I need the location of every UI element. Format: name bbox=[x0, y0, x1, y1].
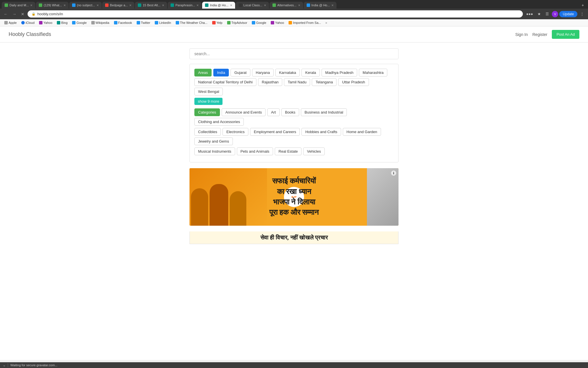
bookmark-label: Facebook bbox=[118, 21, 132, 24]
tab-bar: Daily and M... ✕ (129) What... ✕ (no sub… bbox=[0, 0, 588, 9]
bookmark-favicon bbox=[21, 21, 25, 24]
category-tag[interactable]: Musical Instruments bbox=[194, 147, 235, 155]
bookmark-item[interactable]: Bing bbox=[55, 20, 69, 25]
area-tag[interactable]: Haryana bbox=[252, 69, 274, 76]
category-tag[interactable]: Vehicles bbox=[303, 147, 324, 155]
show-more-button[interactable]: show 9 more bbox=[194, 98, 223, 105]
category-tag[interactable]: Collectibles bbox=[194, 128, 221, 136]
bookmark-item[interactable]: Facebook bbox=[112, 20, 134, 25]
bookmark-item[interactable]: Google bbox=[70, 20, 88, 25]
categories-row3: Musical InstrumentsPets and AnimalsReal … bbox=[194, 147, 394, 155]
bookmark-favicon bbox=[271, 21, 274, 24]
tab-close-button[interactable]: ✕ bbox=[196, 4, 199, 7]
bookmark-item[interactable]: Apple bbox=[2, 20, 19, 25]
category-tag[interactable]: Hobbies and Crafts bbox=[301, 128, 341, 136]
category-tag[interactable]: Jewelry and Gems bbox=[194, 137, 233, 145]
menu-button[interactable]: ⋮ bbox=[579, 11, 586, 17]
browser-tab-3[interactable]: (no subject... ✕ bbox=[69, 2, 102, 9]
area-tag[interactable]: Uttar Pradesh bbox=[338, 78, 369, 86]
area-tag[interactable]: Rajasthan bbox=[258, 78, 283, 86]
bookmark-item[interactable]: Google bbox=[250, 20, 268, 25]
tab-close-button[interactable]: ✕ bbox=[96, 4, 99, 7]
category-tag[interactable]: Real Estate bbox=[275, 147, 301, 155]
bookmark-label: Google bbox=[256, 21, 266, 24]
bookmark-item[interactable]: Twitter bbox=[135, 20, 152, 25]
tab-close-button[interactable]: ✕ bbox=[264, 4, 266, 7]
area-tag[interactable]: Gujarat bbox=[231, 69, 250, 76]
category-tag[interactable]: Employment and Careers bbox=[250, 128, 300, 136]
post-ad-button[interactable]: Post An Ad bbox=[552, 30, 579, 39]
bookmark-item[interactable]: Wikipedia bbox=[89, 20, 111, 25]
tab-close-button[interactable]: ✕ bbox=[230, 4, 232, 7]
area-tag[interactable]: National Capital Territory of Delhi bbox=[194, 78, 256, 86]
back-button[interactable]: ← bbox=[2, 11, 9, 17]
tab-close-button[interactable]: ✕ bbox=[298, 4, 300, 7]
bookmarks-more[interactable]: » bbox=[324, 20, 329, 25]
area-tag[interactable]: Maharashtra bbox=[359, 69, 387, 76]
category-tag[interactable]: Pets and Animals bbox=[237, 147, 273, 155]
category-tag[interactable]: Home and Garden bbox=[343, 128, 381, 136]
bookmarks-container: Apple iCloud Yahoo Bing Google Wikipedia… bbox=[2, 20, 323, 25]
register-link[interactable]: Register bbox=[532, 32, 547, 37]
tab-favicon bbox=[171, 3, 174, 7]
extensions-button[interactable]: ●●● bbox=[525, 11, 535, 17]
bookmark-item[interactable]: Imported From Sa... bbox=[287, 20, 323, 25]
area-tag[interactable]: Karnataka bbox=[275, 69, 300, 76]
category-tag[interactable]: Business and Industrial bbox=[301, 108, 347, 116]
area-tag[interactable]: India bbox=[213, 69, 229, 76]
browser-tab-8[interactable]: Local Class... ✕ bbox=[236, 2, 269, 9]
bookmark-item[interactable]: iCloud bbox=[19, 20, 36, 25]
tab-close-button[interactable]: ✕ bbox=[63, 4, 66, 7]
bookmark-item[interactable]: TripAdvisor bbox=[225, 20, 249, 25]
url-text: hoobly.com/s/in bbox=[37, 12, 519, 16]
category-tag[interactable]: Clothing and Accessories bbox=[194, 118, 244, 126]
bookmark-label: TripAdvisor bbox=[231, 21, 247, 24]
reload-button[interactable]: ✕ bbox=[20, 11, 26, 17]
browser-tab-6[interactable]: Paraphrasin... ✕ bbox=[168, 2, 202, 9]
browser-tab-5[interactable]: 15 Best Alt... ✕ bbox=[135, 2, 167, 9]
tab-close-button[interactable]: ✕ bbox=[129, 4, 131, 7]
category-tag[interactable]: Categories bbox=[194, 108, 220, 116]
bookmark-button[interactable]: ★ bbox=[536, 11, 543, 17]
search-input[interactable] bbox=[189, 48, 399, 59]
bookmark-item[interactable]: Yahoo bbox=[37, 20, 54, 25]
area-tag[interactable]: Kerala bbox=[301, 69, 320, 76]
ad-info-button[interactable]: ℹ bbox=[391, 170, 396, 176]
area-tag[interactable]: Areas bbox=[194, 69, 212, 76]
bookmark-favicon bbox=[212, 21, 216, 24]
profile-button[interactable]: V bbox=[552, 11, 558, 17]
browser-tab-1[interactable]: Daily and M... ✕ bbox=[2, 2, 35, 9]
browser-tab-2[interactable]: (129) What... ✕ bbox=[36, 2, 69, 9]
category-tag[interactable]: Art bbox=[267, 108, 280, 116]
browser-tab-4[interactable]: Bedpage a... ✕ bbox=[102, 2, 134, 9]
bookmark-item[interactable]: LinkedIn bbox=[153, 20, 173, 25]
new-tab-button[interactable]: + bbox=[579, 2, 586, 9]
category-tag[interactable]: Electronics bbox=[223, 128, 248, 136]
area-tag[interactable]: Telangana bbox=[312, 78, 336, 86]
tab-close-button[interactable]: ✕ bbox=[331, 4, 334, 7]
browser-tab-9[interactable]: Alternatives... ✕ bbox=[270, 2, 303, 9]
address-bar[interactable]: 🔒 hoobly.com/s/in bbox=[28, 10, 523, 18]
tab-close-button[interactable]: ✕ bbox=[162, 4, 164, 7]
bookmark-favicon bbox=[72, 21, 76, 24]
sign-in-link[interactable]: Sign In bbox=[515, 32, 528, 37]
bookmark-favicon bbox=[114, 21, 117, 24]
forward-button[interactable]: → bbox=[11, 11, 18, 17]
browser-tab-10[interactable]: India @ Ho... ✕ bbox=[304, 2, 336, 9]
tab-favicon bbox=[138, 3, 141, 7]
lock-icon: 🔒 bbox=[32, 12, 36, 16]
site-header: Hoobly Classifieds Sign In Register Post… bbox=[0, 26, 588, 43]
tab-close-button[interactable]: ✕ bbox=[30, 4, 32, 7]
bookmark-item[interactable]: The Weather Cha... bbox=[174, 20, 210, 25]
category-tag[interactable]: Announce and Events bbox=[222, 108, 266, 116]
bookmark-item[interactable]: Yelp bbox=[210, 20, 225, 25]
bookmark-item[interactable]: Yahoo bbox=[269, 20, 286, 25]
bookmark-label: Apple bbox=[9, 21, 17, 24]
browser-tab-7[interactable]: India @ Ho... ✕ bbox=[202, 2, 235, 9]
area-tag[interactable]: Madhya Pradesh bbox=[322, 69, 357, 76]
area-tag[interactable]: West Bengal bbox=[194, 88, 223, 95]
category-tag[interactable]: Books bbox=[281, 108, 299, 116]
area-tag[interactable]: Tamil Nadu bbox=[284, 78, 310, 86]
update-button[interactable]: Update bbox=[559, 11, 577, 17]
sidebar-button[interactable]: ☰ bbox=[544, 11, 551, 17]
